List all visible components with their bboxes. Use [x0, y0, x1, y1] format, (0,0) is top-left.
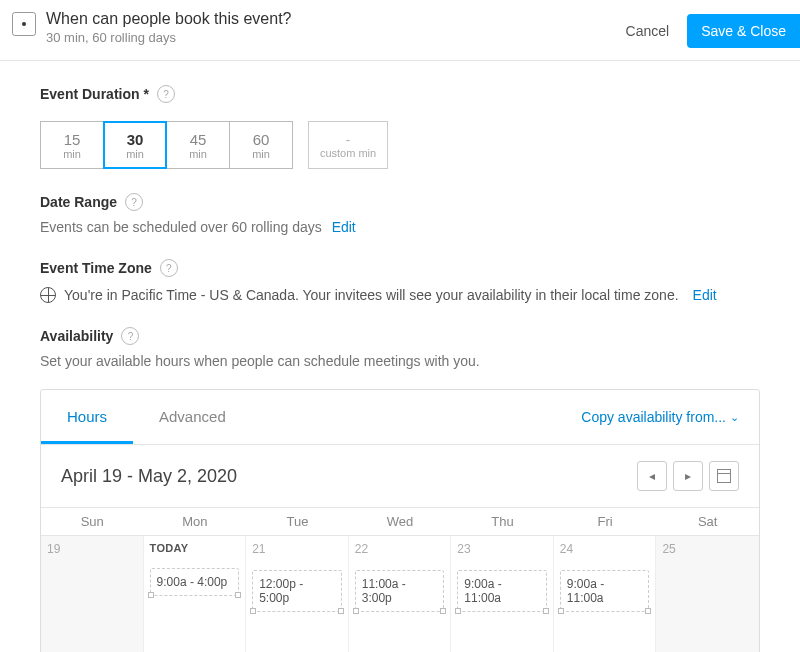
page-subtitle: 30 min, 60 rolling days [46, 30, 626, 45]
weekday-header: Sun Mon Tue Wed Thu Fri Sat [41, 507, 759, 536]
page-header: When can people book this event? 30 min,… [0, 0, 800, 61]
chevron-down-icon: ⌄ [730, 411, 739, 424]
header-titles: When can people book this event? 30 min,… [46, 10, 626, 45]
time-slot[interactable]: 9:00a - 11:00a [457, 570, 547, 612]
globe-icon [40, 287, 56, 303]
availability-card: Hours Advanced Copy availability from...… [40, 389, 760, 652]
svg-point-0 [22, 22, 26, 26]
tab-advanced[interactable]: Advanced [133, 390, 252, 444]
back-button[interactable] [12, 12, 36, 36]
timezone-section: Event Time Zone ? You're in Pacific Time… [40, 259, 760, 303]
time-slot[interactable]: 9:00a - 11:00a [560, 570, 650, 612]
duration-30[interactable]: 30 min [103, 121, 167, 169]
page-title: When can people book this event? [46, 10, 626, 28]
cancel-button[interactable]: Cancel [626, 23, 670, 39]
duration-15[interactable]: 15 min [40, 121, 104, 169]
date-range-label: Date Range [40, 194, 117, 210]
time-slot[interactable]: 11:00a - 3:00p [355, 570, 445, 612]
date-range-section: Date Range ? Events can be scheduled ove… [40, 193, 760, 235]
help-icon[interactable]: ? [125, 193, 143, 211]
day-22[interactable]: 22 11:00a - 3:00p [349, 536, 452, 652]
calendar-button[interactable] [709, 461, 739, 491]
day-23[interactable]: 23 9:00a - 11:00a [451, 536, 554, 652]
help-icon[interactable]: ? [157, 85, 175, 103]
duration-custom[interactable]: - custom min [308, 121, 388, 169]
time-slot[interactable]: 9:00a - 4:00p [150, 568, 240, 596]
day-25[interactable]: 25 [656, 536, 759, 652]
availability-section: Availability ? Set your available hours … [40, 327, 760, 652]
day-21[interactable]: 21 12:00p - 5:00p [246, 536, 349, 652]
timezone-edit[interactable]: Edit [693, 287, 717, 303]
day-24[interactable]: 24 9:00a - 11:00a [554, 536, 657, 652]
duration-options: 15 min 30 min 45 min 60 min - custom m [40, 121, 760, 169]
save-close-button[interactable]: Save & Close [687, 14, 800, 48]
copy-availability-button[interactable]: Copy availability from... ⌄ [581, 409, 739, 425]
event-duration-section: Event Duration * ? 15 min 30 min 45 min … [40, 85, 760, 169]
time-slot[interactable]: 12:00p - 5:00p [252, 570, 342, 612]
timezone-text: You're in Pacific Time - US & Canada. Yo… [64, 287, 679, 303]
availability-text: Set your available hours when people can… [40, 353, 760, 369]
duration-45[interactable]: 45 min [166, 121, 230, 169]
help-icon[interactable]: ? [121, 327, 139, 345]
week-1: 19 TODAY 9:00a - 4:00p 21 12:00p - 5:00p… [41, 536, 759, 652]
availability-label: Availability [40, 328, 113, 344]
date-range-text: Events can be scheduled over 60 rolling … [40, 219, 322, 235]
duration-60[interactable]: 60 min [229, 121, 293, 169]
day-today[interactable]: TODAY 9:00a - 4:00p [144, 536, 247, 652]
tab-hours[interactable]: Hours [41, 390, 133, 444]
help-icon[interactable]: ? [160, 259, 178, 277]
date-range-edit[interactable]: Edit [332, 219, 356, 235]
calendar-icon [717, 469, 731, 483]
timezone-label: Event Time Zone [40, 260, 152, 276]
header-actions: Cancel Save & Close [626, 10, 800, 48]
prev-button[interactable]: ◂ [637, 461, 667, 491]
back-icon [19, 19, 29, 29]
next-button[interactable]: ▸ [673, 461, 703, 491]
calendar-range: April 19 - May 2, 2020 [61, 466, 237, 487]
event-duration-label: Event Duration * [40, 86, 149, 102]
day-19[interactable]: 19 [41, 536, 144, 652]
